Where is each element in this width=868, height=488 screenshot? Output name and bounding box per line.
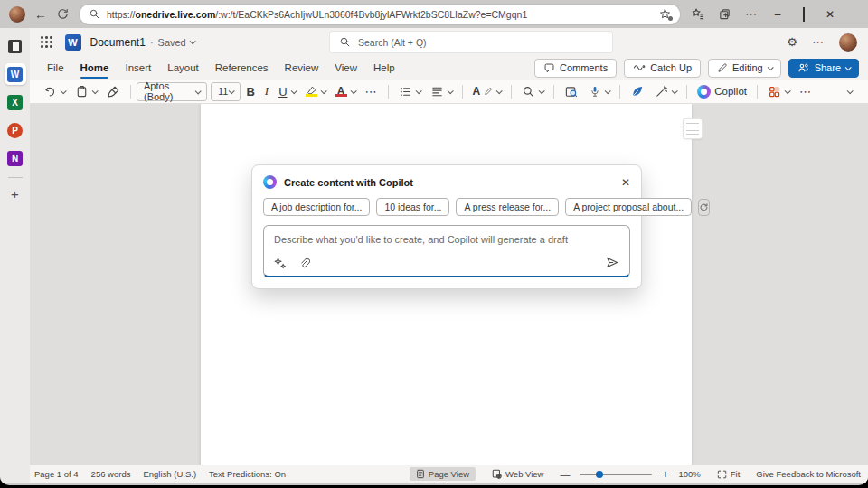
collapse-ribbon-icon[interactable]	[847, 88, 854, 94]
comment-card[interactable]	[683, 118, 703, 139]
close-icon[interactable]: ✕	[621, 176, 630, 189]
format-painter-button[interactable]	[102, 81, 125, 101]
web-view-button[interactable]: Web View	[486, 467, 550, 481]
catch-up-button[interactable]: Catch Up	[624, 59, 701, 78]
font-more-options-button[interactable]: ⋯	[361, 81, 382, 101]
copilot-prompt-input[interactable]: Describe what you'd like to create, and …	[263, 225, 630, 277]
header-more-icon[interactable]: ⋯	[812, 35, 825, 49]
refresh-suggestions-button[interactable]	[698, 199, 710, 216]
app-launcher-icon[interactable]	[41, 36, 52, 48]
tab-review[interactable]: Review	[277, 56, 327, 80]
search-icon	[89, 8, 100, 20]
sidebar-item-powerpoint[interactable]: P	[5, 119, 26, 141]
chevron-down-icon	[415, 88, 421, 94]
editor-button[interactable]	[626, 81, 649, 101]
zoom-level[interactable]: 100%	[678, 469, 700, 479]
sidebar-divider	[8, 177, 23, 178]
send-icon[interactable]	[605, 256, 619, 269]
tab-view[interactable]: View	[326, 56, 365, 80]
suggestion-chip[interactable]: 10 ideas for...	[376, 198, 449, 216]
add-app-button[interactable]: +	[11, 186, 19, 202]
dictate-button[interactable]	[584, 81, 614, 101]
browser-menu-icon[interactable]: ⋯	[745, 7, 758, 21]
zoom-slider[interactable]	[580, 474, 652, 475]
back-icon[interactable]: ←	[33, 7, 49, 22]
font-color-button[interactable]: A	[331, 81, 360, 101]
fit-button[interactable]: Fit	[711, 467, 747, 481]
page-count[interactable]: Page 1 of 4	[34, 469, 79, 479]
favorites-icon[interactable]	[691, 7, 704, 21]
tab-layout[interactable]: Layout	[159, 56, 207, 80]
sparkle-icon[interactable]	[274, 257, 287, 269]
sidebar-item-onenote[interactable]: N	[5, 147, 26, 169]
copilot-button[interactable]: Copilot	[693, 81, 751, 101]
excel-app-icon: X	[7, 95, 23, 110]
profile-avatar[interactable]	[9, 6, 25, 23]
share-button[interactable]: Share	[788, 59, 859, 78]
paperclip-icon[interactable]	[298, 257, 310, 269]
feedback-link[interactable]: Give Feedback to Microsoft	[756, 469, 861, 479]
suggestion-chip[interactable]: A job description for...	[263, 198, 370, 216]
tab-insert[interactable]: Insert	[117, 56, 159, 80]
find-button[interactable]	[517, 81, 548, 101]
text-predictions[interactable]: Text Predictions: On	[209, 469, 286, 479]
close-icon[interactable]: ✕	[824, 8, 836, 21]
designer-button[interactable]	[763, 81, 794, 101]
paste-button[interactable]	[71, 81, 101, 101]
minimize-icon[interactable]: –	[771, 8, 784, 21]
collections-icon[interactable]	[718, 7, 731, 21]
refresh-icon[interactable]	[56, 7, 72, 21]
italic-button[interactable]: I	[260, 81, 273, 101]
settings-gear-icon[interactable]: ⚙	[787, 35, 797, 49]
font-name-select[interactable]: Aptos (Body)	[137, 82, 207, 101]
highlight-button[interactable]	[301, 81, 330, 101]
undo-button[interactable]	[39, 81, 70, 101]
bullets-button[interactable]	[394, 81, 425, 101]
chevron-down-icon	[92, 88, 99, 94]
tab-file[interactable]: File	[39, 56, 72, 80]
language[interactable]: English (U.S.)	[143, 469, 196, 479]
chevron-down-icon[interactable]	[189, 38, 195, 44]
sidebar-item-m365[interactable]	[5, 35, 26, 57]
styles-button[interactable]: A	[468, 81, 506, 101]
document-canvas[interactable]: Create content with Copilot ✕ A job desc…	[30, 104, 868, 465]
tab-references[interactable]: References	[207, 56, 277, 80]
site-permissions-icon[interactable]	[659, 8, 671, 20]
tab-help[interactable]: Help	[365, 56, 403, 80]
web-view-icon	[492, 469, 502, 479]
search-document-button[interactable]	[560, 81, 583, 101]
copilot-dialog: Create content with Copilot ✕ A job desc…	[251, 164, 642, 289]
zoom-slider-knob[interactable]	[596, 471, 603, 478]
comments-button[interactable]: Comments	[534, 59, 617, 78]
document-title[interactable]: Document1	[90, 36, 146, 49]
alignment-button[interactable]	[426, 81, 457, 101]
chevron-down-icon	[447, 88, 453, 94]
sidebar-item-excel[interactable]: X	[5, 91, 26, 113]
word-count[interactable]: 256 words	[91, 469, 131, 479]
font-size-select[interactable]: 11	[211, 82, 241, 101]
underline-button[interactable]: U	[274, 81, 299, 101]
address-bar[interactable]: https://onedrive.live.com/:w:/t/EaCKkPs6…	[80, 5, 680, 24]
zoom-in-button[interactable]: +	[662, 468, 668, 481]
zoom-out-button[interactable]: —	[560, 469, 570, 480]
magic-wand-icon	[655, 85, 668, 99]
ribbon-toolbar: Aptos (Body) 11 B I U A ⋯	[30, 80, 868, 104]
chevron-down-icon	[785, 88, 791, 94]
style-pen-icon	[484, 87, 493, 96]
word-logo-icon[interactable]: W	[65, 34, 81, 51]
search-placeholder: Search (Alt + Q)	[358, 37, 427, 48]
bold-button[interactable]: B	[241, 81, 259, 101]
auto-format-button[interactable]	[650, 81, 681, 101]
align-icon	[430, 85, 444, 99]
suggestion-chip[interactable]: A press release for...	[456, 198, 559, 216]
ribbon-more-button[interactable]: ⋯	[795, 81, 816, 101]
save-status[interactable]: Saved	[158, 37, 186, 48]
maximize-icon[interactable]	[797, 8, 810, 21]
sidebar-item-word[interactable]: W	[5, 63, 26, 85]
page-view-button[interactable]: Page View	[410, 467, 476, 481]
account-avatar[interactable]	[839, 33, 857, 52]
search-input[interactable]: Search (Alt + Q)	[330, 32, 612, 52]
editing-mode-button[interactable]: Editing	[708, 59, 781, 78]
tab-home[interactable]: Home	[72, 56, 118, 80]
suggestion-chip[interactable]: A project proposal about...	[565, 198, 692, 216]
